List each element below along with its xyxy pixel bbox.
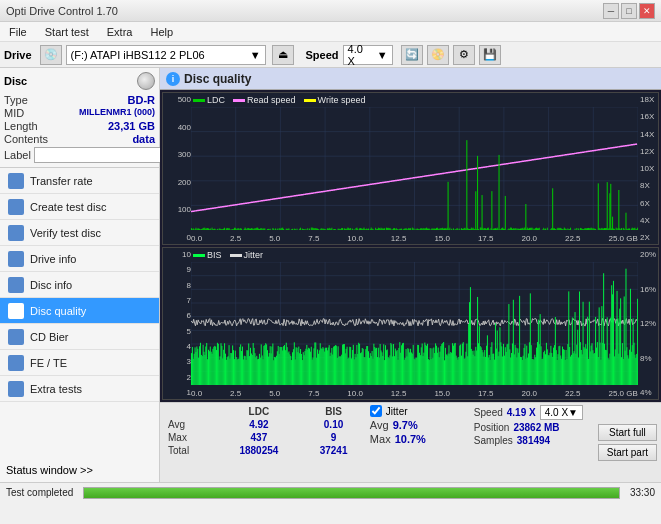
total-bis: 37241 xyxy=(301,444,366,457)
extra-tests-icon xyxy=(8,381,24,397)
app-title: Opti Drive Control 1.70 xyxy=(6,5,118,17)
disc-title: Disc xyxy=(4,75,27,87)
start-buttons: Start full Start part xyxy=(598,405,657,480)
maximize-button[interactable]: □ xyxy=(621,3,637,19)
burn-button[interactable]: 📀 xyxy=(427,45,449,65)
create-test-disc-icon xyxy=(8,199,24,215)
sidebar-item-disc-info[interactable]: Disc info xyxy=(0,272,159,298)
jitter-avg-value: 9.7% xyxy=(393,419,418,431)
chart2-y-left: 10987654321 xyxy=(163,248,191,399)
menu-help[interactable]: Help xyxy=(145,24,178,40)
speed-label: Speed xyxy=(306,49,339,61)
chart2-canvas xyxy=(191,262,638,385)
sidebar-item-extra-tests[interactable]: Extra tests xyxy=(0,376,159,402)
length-value: 23,31 GB xyxy=(108,120,155,132)
menu-extra[interactable]: Extra xyxy=(102,24,138,40)
progress-bar xyxy=(84,488,619,498)
mid-label: MID xyxy=(4,107,24,119)
transfer-rate-icon xyxy=(8,173,24,189)
start-part-button[interactable]: Start part xyxy=(598,444,657,461)
settings-button[interactable]: ⚙ xyxy=(453,45,475,65)
max-label: Max xyxy=(164,431,217,444)
drive-label: Drive xyxy=(4,49,32,61)
drive-info-icon xyxy=(8,251,24,267)
jitter-section: Jitter xyxy=(370,405,470,417)
chart1-y-left: 5004003002001000 xyxy=(163,93,191,244)
menubar: File Start test Extra Help xyxy=(0,22,661,42)
chart2-y-right: 20%16%12%8%4% xyxy=(638,248,658,399)
position-label: Position xyxy=(474,422,510,433)
sidebar-item-transfer-rate[interactable]: Transfer rate xyxy=(0,168,159,194)
sidebar-item-verify-test-disc[interactable]: Verify test disc xyxy=(0,220,159,246)
chart-ldc: LDC Read speed Write speed 5004003002001… xyxy=(162,92,659,245)
content-area: i Disc quality LDC Read speed xyxy=(160,68,661,482)
verify-test-disc-icon xyxy=(8,225,24,241)
contents-label: Contents xyxy=(4,133,48,145)
avg-ldc: 4.92 xyxy=(217,418,302,431)
jitter-max-value: 10.7% xyxy=(395,433,426,445)
cd-bier-icon xyxy=(8,329,24,345)
status-text: Test completed xyxy=(6,487,73,498)
window-controls: ─ □ ✕ xyxy=(603,3,655,19)
position-value: 23862 MB xyxy=(513,422,559,433)
charts-container: LDC Read speed Write speed 5004003002001… xyxy=(160,90,661,402)
sidebar: Disc Type BD-R MID MILLENMR1 (000) Lengt… xyxy=(0,68,160,482)
type-value: BD-R xyxy=(128,94,156,106)
disc-image-icon xyxy=(137,72,155,90)
progress-container xyxy=(83,487,620,499)
ldc-col-header: LDC xyxy=(217,405,302,418)
label-label: Label xyxy=(4,149,31,161)
total-ldc: 1880254 xyxy=(217,444,302,457)
eject-button[interactable]: ⏏ xyxy=(272,45,294,65)
chart2-legend: BIS Jitter xyxy=(193,250,263,260)
sidebar-item-fe-te[interactable]: FE / TE xyxy=(0,350,159,376)
titlebar: Opti Drive Control 1.70 ─ □ ✕ xyxy=(0,0,661,22)
speed-stat-select[interactable]: 4.0 X▼ xyxy=(540,405,583,420)
minimize-button[interactable]: ─ xyxy=(603,3,619,19)
total-label: Total xyxy=(164,444,217,457)
start-full-button[interactable]: Start full xyxy=(598,424,657,441)
avg-bis: 0.10 xyxy=(301,418,366,431)
jitter-label: Jitter xyxy=(386,406,408,417)
save-button[interactable]: 💾 xyxy=(479,45,501,65)
max-bis: 9 xyxy=(301,431,366,444)
drivebar: Drive 💿 (F:) ATAPI iHBS112 2 PL06 ▼ ⏏ Sp… xyxy=(0,42,661,68)
sidebar-item-drive-info[interactable]: Drive info xyxy=(0,246,159,272)
right-stats: Speed 4.19 X 4.0 X▼ Position 23862 MB Sa… xyxy=(474,405,594,480)
label-input[interactable] xyxy=(34,147,163,163)
length-label: Length xyxy=(4,120,38,132)
samples-label: Samples xyxy=(474,435,513,446)
close-button[interactable]: ✕ xyxy=(639,3,655,19)
chart1-x-axis: 0.02.55.07.510.012.515.017.520.022.525.0… xyxy=(191,234,638,244)
disc-section: Disc Type BD-R MID MILLENMR1 (000) Lengt… xyxy=(0,68,159,168)
disc-info-icon xyxy=(8,277,24,293)
avg-label: Avg xyxy=(164,418,217,431)
drive-select[interactable]: (F:) ATAPI iHBS112 2 PL06 ▼ xyxy=(66,45,266,65)
time-text: 33:30 xyxy=(630,487,655,498)
disc-quality-title: Disc quality xyxy=(184,72,251,86)
jitter-checkbox[interactable] xyxy=(370,405,382,417)
menu-starttest[interactable]: Start test xyxy=(40,24,94,40)
sidebar-item-cd-bier[interactable]: CD Bier xyxy=(0,324,159,350)
chart-bis: BIS Jitter 10987654321 20%16%12%8%4% 0.0… xyxy=(162,247,659,400)
chart2-x-axis: 0.02.55.07.510.012.515.017.520.022.525.0… xyxy=(191,389,638,399)
samples-value: 381494 xyxy=(517,435,550,446)
fe-te-icon xyxy=(8,355,24,371)
max-ldc: 437 xyxy=(217,431,302,444)
disc-quality-header-icon: i xyxy=(166,72,180,86)
speed-value: 4.0 X xyxy=(348,43,373,67)
chart1-legend: LDC Read speed Write speed xyxy=(193,95,365,105)
sidebar-item-create-test-disc[interactable]: Create test disc xyxy=(0,194,159,220)
drive-value: (F:) ATAPI iHBS112 2 PL06 xyxy=(71,49,205,61)
sidebar-item-disc-quality[interactable]: Disc quality xyxy=(0,298,159,324)
speed-stat-label: Speed xyxy=(474,407,503,418)
chart1-y-right: 18X16X14X12X10X8X6X4X2X xyxy=(638,93,658,244)
menu-file[interactable]: File xyxy=(4,24,32,40)
refresh-button[interactable]: 🔄 xyxy=(401,45,423,65)
jitter-avg-label: Avg xyxy=(370,419,389,431)
bottom-bar: Test completed 33:30 xyxy=(0,482,661,502)
stats-bar: LDC BIS Avg 4.92 0.10 Max 437 9 Total xyxy=(160,402,661,482)
speed-select[interactable]: 4.0 X ▼ xyxy=(343,45,393,65)
speed-stat-value: 4.19 X xyxy=(507,407,536,418)
status-window-button[interactable]: Status window >> xyxy=(0,457,159,482)
